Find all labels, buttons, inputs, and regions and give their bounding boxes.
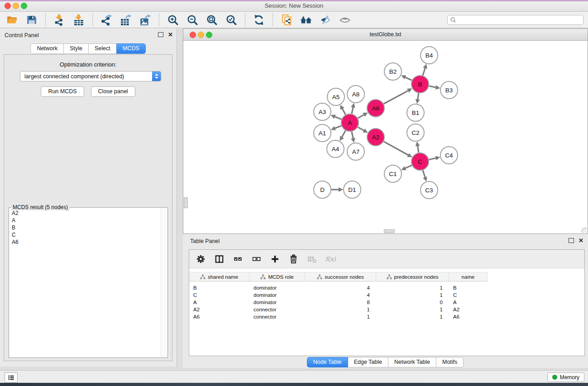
table-cell[interactable]: dominator: [249, 291, 305, 299]
graph-edge-C-C3[interactable]: [423, 170, 425, 177]
mcds-result-item[interactable]: A: [10, 217, 161, 224]
table-tab-edge-table[interactable]: Edge Table: [348, 357, 388, 367]
table-cell[interactable]: 1: [305, 306, 376, 313]
table-cell[interactable]: A2: [449, 306, 488, 313]
copy-style-icon[interactable]: [281, 14, 292, 26]
table-tab-motifs[interactable]: Motifs: [436, 357, 464, 367]
search-input[interactable]: [456, 16, 583, 24]
export-image-icon[interactable]: [139, 14, 151, 26]
mcds-result-item[interactable]: C: [10, 231, 161, 238]
table-row[interactable]: Adominator80A: [189, 299, 584, 306]
zoom-out-icon[interactable]: [186, 14, 198, 26]
refresh-layout-icon[interactable]: [253, 14, 265, 26]
table-cell[interactable]: C: [449, 291, 488, 299]
graph-edge-B-B4[interactable]: [423, 68, 425, 76]
mcds-result-item[interactable]: B: [10, 224, 161, 231]
search-field[interactable]: [447, 15, 583, 25]
table-cell[interactable]: B: [449, 284, 488, 291]
table-cell[interactable]: dominator: [249, 284, 305, 291]
table-cell[interactable]: dominator: [249, 299, 305, 306]
graph-edge-A6-B[interactable]: [384, 91, 408, 104]
table-cell[interactable]: 1: [376, 313, 449, 320]
table-cell[interactable]: 1: [376, 284, 449, 291]
graph-edge-A-A2[interactable]: [358, 127, 364, 131]
table-settings-icon[interactable]: [196, 254, 206, 264]
table-cell[interactable]: connector: [249, 306, 305, 313]
criterion-dropdown[interactable]: largest connected component (directed): [20, 71, 161, 81]
column-header-successor-nodes[interactable]: successor nodes: [305, 272, 376, 281]
add-column-icon[interactable]: [270, 254, 280, 264]
float-table-panel-icon[interactable]: [569, 238, 574, 243]
graph-edge-A-A6[interactable]: [358, 114, 364, 118]
table-cell[interactable]: C: [189, 291, 249, 299]
table-row[interactable]: Bdominator41B: [189, 284, 584, 291]
column-header-shared-name[interactable]: shared name: [189, 272, 249, 281]
memory-button[interactable]: Memory: [547, 372, 584, 382]
table-cell[interactable]: B: [189, 284, 249, 291]
graph-edge-A2-C[interactable]: [384, 142, 409, 155]
table-cell[interactable]: 1: [376, 291, 449, 299]
table-cell[interactable]: 1: [376, 306, 449, 313]
close-panel-button[interactable]: Close panel: [91, 86, 135, 97]
table-cell[interactable]: connector: [249, 313, 305, 320]
graph-edge-A-A7[interactable]: [352, 132, 353, 138]
table-tab-network-table[interactable]: Network Table: [388, 357, 436, 367]
graph-edge-A-A3[interactable]: [335, 117, 341, 119]
graph-edge-B-B1[interactable]: [418, 93, 419, 100]
task-history-button[interactable]: [5, 372, 18, 383]
table-cell[interactable]: 8: [305, 299, 376, 306]
close-panel-icon[interactable]: ✕: [168, 33, 173, 37]
table-cell[interactable]: 4: [305, 284, 376, 291]
zoom-in-icon[interactable]: [167, 14, 179, 26]
table-row[interactable]: A6connector11A6: [189, 313, 584, 320]
delete-column-icon[interactable]: [288, 254, 299, 264]
open-session-icon[interactable]: [6, 14, 18, 26]
deselect-all-columns-icon[interactable]: [251, 254, 262, 264]
graph-edge-C-C1[interactable]: [405, 165, 412, 168]
zoom-selected-icon[interactable]: [225, 14, 237, 26]
graph-edge-B-B3[interactable]: [429, 86, 436, 87]
network-graph[interactable]: AA1A2A3A4A5A6A7A8BB1B2B3B4CC1C2C3C4DD1: [183, 41, 588, 233]
graph-edge-C-C4[interactable]: [429, 158, 436, 159]
mcds-result-list[interactable]: A2ABCA6: [10, 210, 161, 357]
table-cell[interactable]: 0: [376, 299, 449, 306]
table-cell[interactable]: A2: [189, 306, 249, 313]
import-network-icon[interactable]: [53, 14, 65, 26]
graph-edge-B-B2[interactable]: [405, 77, 412, 80]
mcds-result-item[interactable]: A2: [10, 210, 161, 217]
table-cell[interactable]: 4: [305, 291, 376, 299]
save-session-icon[interactable]: [26, 14, 38, 26]
control-tab-mcds[interactable]: MCDS: [116, 43, 146, 54]
left-splitter-grip[interactable]: [184, 197, 188, 208]
bottom-splitter-grip[interactable]: [384, 229, 395, 233]
table-cell[interactable]: A: [449, 299, 488, 306]
resize-grip-icon[interactable]: [581, 227, 587, 233]
table-row[interactable]: Cdominator41C: [189, 291, 584, 299]
control-tab-style[interactable]: Style: [63, 43, 89, 54]
control-tab-network[interactable]: Network: [30, 43, 64, 54]
table-cell[interactable]: A6: [189, 313, 249, 320]
first-neighbors-icon[interactable]: [300, 14, 312, 26]
table-cell[interactable]: A6: [449, 313, 488, 320]
export-table-icon[interactable]: [120, 14, 132, 26]
table-cell[interactable]: A: [189, 299, 249, 306]
export-network-icon[interactable]: [100, 14, 112, 26]
column-header-MCDS-role[interactable]: MCDS role: [249, 272, 305, 281]
mcds-result-item[interactable]: A6: [10, 238, 161, 246]
network-canvas[interactable]: AA1A2A3A4A5A6A7A8BB1B2B3B4CC1C2C3C4DD1: [183, 41, 588, 233]
hide-selected-icon[interactable]: [320, 14, 331, 26]
graph-edge-A-A5[interactable]: [342, 109, 345, 115]
control-tab-select[interactable]: Select: [88, 43, 117, 54]
column-layout-icon[interactable]: [214, 254, 225, 264]
float-panel-icon[interactable]: [158, 32, 163, 37]
table-row[interactable]: A2connector11A2: [189, 306, 584, 313]
zoom-fit-icon[interactable]: [206, 14, 218, 26]
table-tab-node-table[interactable]: Node Table: [307, 357, 348, 367]
graph-edge-C-C2[interactable]: [418, 146, 419, 152]
column-header-predecessor-nodes[interactable]: predecessor nodes: [376, 272, 449, 281]
close-table-panel-icon[interactable]: ✕: [578, 238, 583, 243]
select-all-columns-icon[interactable]: [233, 254, 243, 264]
column-header-name[interactable]: name: [449, 272, 488, 281]
mcds-result-scrollbar[interactable]: [161, 208, 167, 357]
graph-edge-A-A4[interactable]: [342, 131, 345, 138]
